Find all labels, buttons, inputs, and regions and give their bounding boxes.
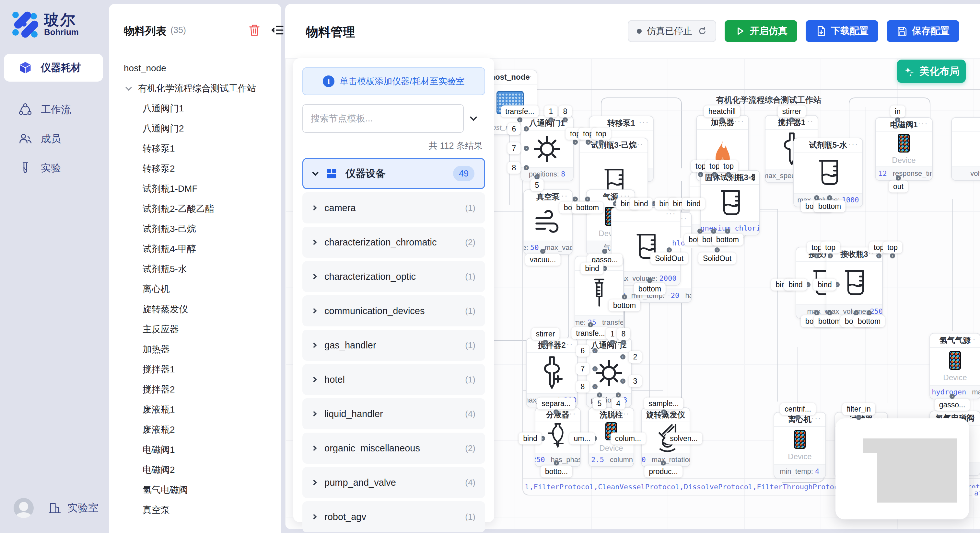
port-label[interactable]: botto... bbox=[541, 466, 572, 477]
node-menu-icon[interactable]: ··· bbox=[522, 71, 533, 81]
beautify-layout-button[interactable]: 美化布局 bbox=[897, 60, 966, 83]
port-handle[interactable]: › bbox=[795, 415, 800, 420]
node-menu-icon[interactable]: ··· bbox=[966, 334, 976, 344]
graph-node[interactable]: 八通阀门2 ··· positions: 8 bbox=[586, 338, 632, 408]
graph-node[interactable]: 固体试剂瓶3-氯化镁 ··· agent: magnesium_chloride… bbox=[700, 170, 760, 235]
port-label[interactable]: bind bbox=[519, 433, 541, 444]
port-label[interactable]: top bbox=[719, 160, 738, 172]
port-label[interactable]: heatchill bbox=[704, 106, 740, 117]
port-handle[interactable]: › bbox=[524, 126, 529, 132]
port-label[interactable]: stirrer bbox=[531, 328, 560, 340]
port-handle[interactable]: › bbox=[540, 249, 546, 254]
graph-node[interactable]: ··· voltage: 12 bbox=[951, 117, 980, 181]
port-label[interactable]: 5 bbox=[530, 179, 544, 191]
template-item[interactable]: characterization_optic(1) bbox=[302, 261, 485, 292]
port-label[interactable]: bottom bbox=[853, 316, 885, 327]
port-label[interactable]: centrif... bbox=[780, 403, 816, 415]
port-handle[interactable]: › bbox=[598, 140, 604, 145]
port-handle[interactable]: › bbox=[814, 253, 819, 259]
port-handle[interactable]: › bbox=[548, 117, 554, 122]
graph-node[interactable]: 氢气气源 ··· Device_type: hydrogenmax_pre bbox=[929, 333, 980, 399]
port-handle[interactable]: › bbox=[592, 384, 598, 389]
port-label[interactable]: solven... bbox=[665, 433, 702, 444]
port-handle[interactable]: › bbox=[712, 172, 717, 177]
port-label[interactable]: gasso... bbox=[935, 399, 970, 411]
node-menu-icon[interactable]: ··· bbox=[966, 412, 976, 422]
graph-node[interactable]: 真空泵 ··· pump_rate: 50max_vacuum: 0.1 bbox=[523, 189, 573, 255]
port-handle[interactable]: › bbox=[597, 392, 602, 398]
port-label[interactable]: bottom bbox=[712, 234, 743, 246]
port-handle[interactable]: › bbox=[610, 339, 615, 345]
port-handle[interactable]: › bbox=[517, 117, 522, 122]
port-handle[interactable]: › bbox=[719, 117, 725, 122]
port-label[interactable]: bind bbox=[629, 198, 652, 210]
node-menu-icon[interactable]: ··· bbox=[848, 139, 859, 149]
port-handle[interactable]: › bbox=[876, 253, 881, 259]
port-label[interactable]: 4 bbox=[612, 398, 625, 409]
port-handle[interactable]: › bbox=[896, 176, 901, 181]
port-handle[interactable]: › bbox=[667, 247, 672, 252]
port-handle[interactable]: › bbox=[725, 228, 730, 234]
node-menu-icon[interactable]: ··· bbox=[675, 409, 686, 419]
port-label[interactable]: bottom bbox=[634, 283, 666, 295]
port-handle[interactable]: › bbox=[711, 228, 716, 234]
minimap[interactable] bbox=[835, 418, 969, 519]
port-handle[interactable]: › bbox=[726, 172, 731, 177]
port-label[interactable]: colum... bbox=[611, 433, 646, 444]
port-label[interactable]: out bbox=[889, 181, 908, 193]
node-menu-icon[interactable]: ··· bbox=[558, 191, 568, 201]
port-label[interactable]: transfe... bbox=[501, 106, 539, 117]
port-handle[interactable]: › bbox=[661, 460, 666, 466]
port-handle[interactable]: › bbox=[585, 197, 590, 202]
node-menu-icon[interactable]: ··· bbox=[639, 117, 649, 127]
port-handle[interactable]: › bbox=[828, 253, 833, 259]
port-handle[interactable]: › bbox=[854, 310, 859, 316]
port-label[interactable]: bind bbox=[784, 279, 807, 291]
port-handle[interactable]: › bbox=[524, 146, 529, 151]
port-handle[interactable]: › bbox=[814, 195, 819, 200]
port-handle[interactable]: › bbox=[827, 310, 832, 316]
port-label[interactable]: top bbox=[883, 241, 902, 254]
port-handle[interactable]: › bbox=[592, 366, 598, 371]
port-label[interactable]: 8 bbox=[576, 381, 590, 393]
port-label[interactable]: 5 bbox=[593, 398, 606, 409]
port-handle[interactable]: › bbox=[543, 339, 548, 345]
port-handle[interactable]: › bbox=[714, 247, 720, 252]
port-handle[interactable]: › bbox=[856, 415, 861, 420]
port-handle[interactable]: › bbox=[647, 278, 652, 283]
node-menu-icon[interactable]: ··· bbox=[803, 116, 814, 126]
port-label[interactable]: 6 bbox=[576, 345, 590, 357]
graph-node[interactable]: 搅拌器2 ··· max_speed: 2000 bbox=[526, 338, 578, 408]
template-item[interactable]: pump_and_valve(4) bbox=[302, 467, 485, 498]
port-handle[interactable]: › bbox=[554, 460, 559, 466]
node-menu-icon[interactable]: ··· bbox=[633, 139, 644, 149]
port-label[interactable]: 1 bbox=[544, 106, 558, 117]
port-handle[interactable]: › bbox=[621, 339, 626, 345]
port-label[interactable]: sample... bbox=[644, 398, 683, 409]
port-label[interactable]: 6 bbox=[508, 123, 521, 135]
port-handle[interactable]: › bbox=[698, 172, 703, 177]
port-label[interactable]: 3 bbox=[629, 375, 642, 387]
graph-node[interactable]: 电磁阀1 ··· Devicevoltage: 12response_time:… bbox=[875, 117, 933, 181]
port-label[interactable]: filter_in bbox=[842, 403, 875, 415]
port-label[interactable]: produc... bbox=[644, 466, 682, 477]
port-handle[interactable]: › bbox=[620, 354, 625, 359]
node-menu-icon[interactable]: ··· bbox=[918, 119, 928, 128]
port-handle[interactable]: › bbox=[950, 394, 955, 399]
template-item[interactable]: hotel(1) bbox=[302, 364, 485, 395]
template-item[interactable]: gas_handler(1) bbox=[302, 330, 485, 361]
port-handle[interactable]: › bbox=[524, 165, 529, 170]
port-label[interactable]: 7 bbox=[576, 363, 590, 375]
port-label[interactable]: 8 bbox=[508, 162, 521, 174]
port-handle[interactable]: › bbox=[895, 117, 900, 122]
port-handle[interactable]: › bbox=[616, 392, 621, 398]
port-label[interactable]: bottom bbox=[609, 300, 640, 311]
port-handle[interactable]: › bbox=[573, 197, 578, 202]
port-handle[interactable]: › bbox=[697, 228, 703, 234]
port-handle[interactable]: › bbox=[827, 195, 832, 200]
port-label[interactable]: 2 bbox=[629, 351, 642, 363]
port-label[interactable]: top bbox=[821, 241, 840, 254]
port-handle[interactable]: › bbox=[535, 174, 539, 179]
node-menu-icon[interactable]: ··· bbox=[734, 116, 745, 126]
node-menu-icon[interactable]: ··· bbox=[619, 409, 630, 419]
